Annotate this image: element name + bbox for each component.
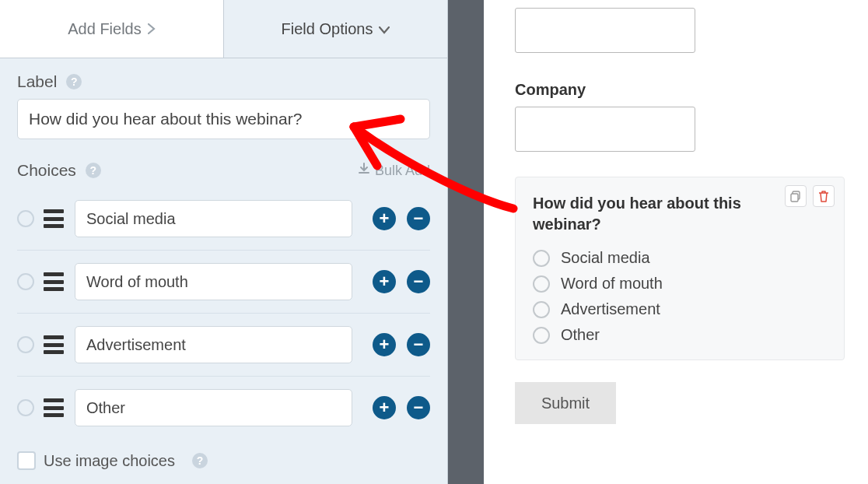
preview-option-label: Word of mouth: [561, 275, 663, 293]
tab-add-fields[interactable]: Add Fields: [0, 0, 223, 58]
company-label: Company: [515, 81, 845, 99]
preview-option-label: Social media: [561, 249, 650, 267]
remove-choice-button[interactable]: −: [407, 207, 430, 230]
help-icon[interactable]: ?: [192, 453, 208, 468]
use-image-choices-label: Use image choices: [44, 452, 175, 470]
preview-radio-item[interactable]: Advertisement: [533, 300, 827, 318]
field-options-pane: Label ? Choices ? Bulk Add: [0, 58, 447, 484]
preview-input-empty[interactable]: [515, 8, 695, 53]
add-choice-button[interactable]: +: [373, 207, 396, 230]
radio-icon: [533, 275, 550, 293]
download-icon: [358, 163, 370, 179]
choices-list: + − + − + −: [17, 188, 430, 439]
remove-choice-button[interactable]: −: [407, 270, 430, 293]
choice-input[interactable]: [75, 389, 352, 426]
remove-choice-button[interactable]: −: [407, 333, 430, 356]
chevron-right-icon: [148, 20, 156, 38]
drag-handle-icon[interactable]: [44, 209, 64, 228]
label-input[interactable]: [17, 99, 430, 139]
gutter: [448, 0, 484, 484]
field-card-title: How did you hear about this webinar?: [533, 193, 766, 235]
company-input[interactable]: [515, 107, 695, 152]
duplicate-icon[interactable]: [785, 185, 807, 207]
default-choice-radio[interactable]: [17, 210, 34, 227]
choice-row: + −: [17, 251, 430, 314]
choice-input[interactable]: [75, 200, 352, 237]
remove-choice-button[interactable]: −: [407, 396, 430, 419]
add-choice-button[interactable]: +: [373, 333, 396, 356]
choice-input[interactable]: [75, 263, 352, 300]
default-choice-radio[interactable]: [17, 336, 34, 353]
field-card-actions: [785, 185, 835, 207]
add-choice-button[interactable]: +: [373, 396, 396, 419]
preview-radio-item[interactable]: Other: [533, 326, 827, 344]
preview-option-label: Other: [561, 326, 600, 344]
bulk-add-label: Bulk Add: [375, 163, 430, 179]
tabs: Add Fields Field Options: [0, 0, 447, 58]
left-panel: Add Fields Field Options Label ? Choic: [0, 0, 448, 484]
add-choice-button[interactable]: +: [373, 270, 396, 293]
drag-handle-icon[interactable]: [44, 335, 64, 354]
submit-button[interactable]: Submit: [515, 382, 616, 424]
tab-field-options[interactable]: Field Options: [223, 0, 447, 58]
chevron-down-icon: [379, 20, 390, 38]
choices-section-title: Choices: [17, 161, 76, 180]
tab-field-options-label: Field Options: [282, 20, 373, 38]
use-image-choices-row: Use image choices ?: [17, 451, 430, 470]
drag-handle-icon[interactable]: [44, 272, 64, 291]
label-section-title: Label: [17, 72, 57, 91]
choices-header: Choices ? Bulk Add: [17, 161, 430, 180]
svg-rect-1: [791, 194, 798, 202]
default-choice-radio[interactable]: [17, 399, 34, 416]
radio-icon: [533, 250, 550, 267]
bulk-add-button[interactable]: Bulk Add: [358, 163, 430, 179]
preview-radio-list: Social media Word of mouth Advertisement…: [533, 249, 827, 344]
preview-panel: Company How did you hear about this webi…: [484, 0, 868, 484]
help-icon[interactable]: ?: [86, 163, 101, 178]
preview-option-label: Advertisement: [561, 300, 660, 318]
choice-row: + −: [17, 377, 430, 439]
tab-add-fields-label: Add Fields: [68, 20, 142, 38]
help-icon[interactable]: ?: [66, 74, 82, 89]
trash-icon[interactable]: [813, 185, 835, 207]
preview-radio-item[interactable]: Word of mouth: [533, 275, 827, 293]
preview-radio-item[interactable]: Social media: [533, 249, 827, 267]
radio-icon: [533, 301, 550, 318]
choice-row: + −: [17, 314, 430, 377]
selected-field-card[interactable]: How did you hear about this webinar? Soc…: [515, 177, 845, 360]
default-choice-radio[interactable]: [17, 273, 34, 290]
choice-row: + −: [17, 188, 430, 251]
use-image-choices-checkbox[interactable]: [17, 451, 36, 470]
choice-input[interactable]: [75, 326, 352, 363]
label-section-header: Label ?: [17, 72, 430, 91]
company-section: Company: [515, 81, 845, 152]
radio-icon: [533, 327, 550, 344]
drag-handle-icon[interactable]: [44, 398, 64, 417]
